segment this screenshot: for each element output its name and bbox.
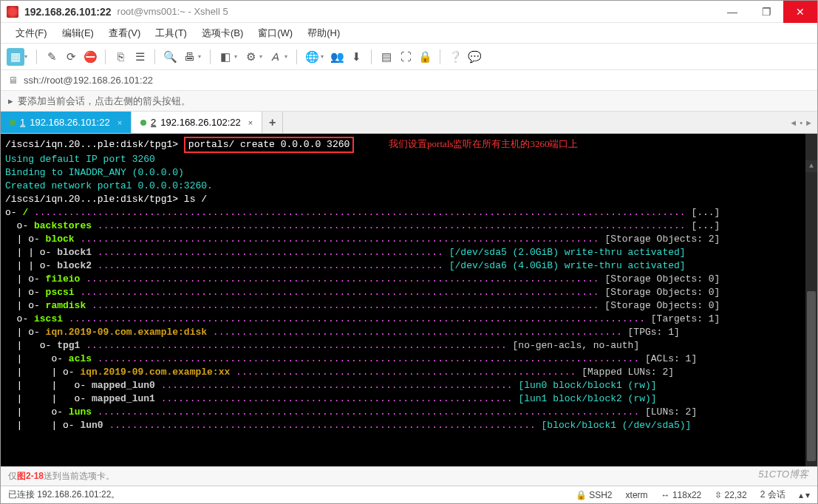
tree-info: [Storage Objects: 0] (604, 273, 720, 285)
dropdown-icon[interactable]: ▾ (284, 53, 287, 60)
tree-node: block (46, 234, 75, 245)
tree-info: [LUNs: 2] (645, 406, 697, 418)
tab-add-button[interactable]: + (262, 112, 283, 133)
tree-info: [Storage Objects: 0] (604, 287, 720, 298)
tree-info: [Targets: 1] (651, 313, 720, 324)
info-hint: 要添加当前会话，点击左侧的箭头按钮。 (18, 95, 191, 108)
new-session-icon[interactable]: ▦ (7, 48, 24, 66)
address-url[interactable]: ssh://root@192.168.26.101:22 (24, 75, 153, 86)
window-title-main: 192.168.26.101:22 (24, 6, 112, 18)
output-line: Using default IP port 3260 (5, 154, 155, 165)
command-highlight: portals/ create 0.0.0.0 3260 (184, 137, 354, 153)
minimize-button[interactable]: — (715, 1, 749, 23)
hint-arrow-icon[interactable]: ▸ (8, 95, 13, 106)
fullscreen-icon[interactable]: ⛶ (397, 48, 415, 66)
app-icon (7, 6, 18, 18)
properties-icon[interactable]: ☰ (131, 48, 149, 66)
encoding-icon[interactable]: ⚙ (242, 48, 259, 66)
menu-help[interactable]: 帮助(H) (301, 27, 346, 40)
tree-node: tpg1 (57, 340, 80, 351)
tree-node: pscsi (46, 287, 75, 298)
status-connected: 已连接 192.168.26.101:22。 (8, 488, 120, 501)
tree-node: iscsi (34, 313, 63, 324)
close-button[interactable]: ✕ (783, 1, 817, 23)
disconnect-icon[interactable]: ⛔ (81, 48, 99, 66)
maximize-button[interactable]: ❐ (749, 1, 783, 23)
lock-icon[interactable]: 🔒 (416, 48, 434, 66)
status-size: ↔ 118x22 (661, 490, 702, 500)
window-buttons: — ❐ ✕ (715, 1, 817, 23)
address-bar: 🖥 ssh://root@192.168.26.101:22 (1, 70, 817, 91)
status-cursor: ⇳ 22,32 (715, 490, 746, 500)
send-hint-bar: 仅图2-18送到当前选项卡。 (1, 466, 817, 486)
tree-info: [Mapped LUNs: 2] (582, 367, 674, 378)
tree-info: [TPGs: 1] (628, 327, 680, 338)
status-dot-connected-icon (10, 120, 16, 126)
hint-prefix: 仅 (8, 470, 17, 483)
tree-info: [Storage Objects: 2] (604, 234, 720, 245)
status-dot-connected-icon (140, 120, 146, 126)
separator (371, 50, 372, 64)
tree-node: mapped_lun1 (92, 393, 155, 404)
dropdown-icon[interactable]: ▾ (321, 53, 324, 60)
status-bar: 已连接 192.168.26.101:22。 🔒 SSH2 xterm ↔ 11… (1, 486, 817, 503)
edit-icon[interactable]: ✎ (43, 48, 61, 66)
menubar: 文件(F) 编辑(E) 查看(V) 工具(T) 选项卡(B) 窗口(W) 帮助(… (1, 23, 817, 44)
terminal-scrollbar[interactable]: ▲ ▼ (805, 134, 817, 466)
globe-icon[interactable]: 🌐 (303, 48, 321, 66)
status-sessions: 2 会话 (760, 488, 785, 501)
search-icon[interactable]: 🔍 (161, 48, 179, 66)
session-tab-1[interactable]: 1 192.168.26.101:22 × (1, 112, 132, 133)
copy-icon[interactable]: ⎘ (112, 48, 129, 66)
menu-tab[interactable]: 选项卡(B) (196, 27, 249, 40)
command: ls / (184, 194, 207, 205)
status-updown-icon[interactable]: ▴ ▾ (799, 490, 810, 500)
output-line: Binding to INADDR_ANY (0.0.0.0) (5, 167, 184, 178)
ellipsis: [...] (691, 220, 720, 231)
users-icon[interactable]: 👥 (328, 48, 346, 66)
menu-window[interactable]: 窗口(W) (252, 27, 299, 40)
dropdown-icon[interactable]: ▾ (24, 53, 27, 60)
scrollbar-thumb[interactable] (807, 291, 816, 461)
ssh-lock-icon: 🖥 (8, 75, 18, 86)
font-icon[interactable]: A (267, 48, 284, 66)
ellipsis: [...] (691, 207, 720, 218)
tree-info: [block/block1 (/dev/sda5)] (542, 420, 692, 431)
tab-close-icon[interactable]: × (248, 118, 253, 127)
separator (154, 50, 155, 64)
tab-close-icon[interactable]: × (117, 118, 122, 127)
tree-node: fileio (46, 273, 81, 285)
tree-node: mapped_lun0 (92, 380, 155, 391)
tree-info: [Storage Objects: 0] (604, 300, 720, 311)
figure-label: 图2-18 (17, 470, 44, 483)
tab-number: 2 (151, 117, 156, 128)
menu-edit[interactable]: 编辑(E) (56, 27, 100, 40)
tree-info: [/dev/sda6 (4.0GiB) write-thru activated… (449, 260, 686, 271)
tree-node: lun0 (80, 420, 103, 431)
download-icon[interactable]: ⬇ (347, 48, 365, 66)
tree-node: luns (69, 406, 92, 418)
prompt: /iscsi/iqn.20...ple:disk/tpg1> (5, 139, 184, 150)
chat-icon[interactable]: 💬 (466, 48, 483, 66)
print-icon[interactable]: 🖶 (180, 48, 198, 66)
dropdown-icon[interactable]: ▾ (234, 53, 237, 60)
dropdown-icon[interactable]: ▾ (259, 53, 262, 60)
tab-label: 192.168.26.102:22 (160, 117, 240, 128)
help-icon[interactable]: ❔ (446, 48, 464, 66)
tree-info: [lun1 block/block2 (rw)] (518, 393, 656, 404)
annotation: 我们设置portals监听在所有主机的3260端口上 (389, 138, 578, 149)
color-icon[interactable]: ◧ (217, 48, 234, 66)
reconnect-icon[interactable]: ⟳ (62, 48, 80, 66)
tab-scroll-arrows[interactable]: ◄ • ► (789, 112, 813, 133)
session-tab-2[interactable]: 2 192.168.26.102:22 × (132, 112, 262, 133)
menu-file[interactable]: 文件(F) (10, 27, 53, 40)
prompt: /iscsi/iqn.20...ple:disk/tpg1> (5, 194, 184, 205)
dropdown-icon[interactable]: ▾ (198, 53, 201, 60)
menu-tools[interactable]: 工具(T) (149, 27, 193, 40)
titlebar: 192.168.26.101:22 root@vms001:~ - Xshell… (1, 1, 817, 23)
layout-icon[interactable]: ▤ (378, 48, 395, 66)
menu-view[interactable]: 查看(V) (103, 27, 146, 40)
tree-node: block1 (57, 247, 92, 258)
tree-info: [ACLs: 1] (645, 353, 697, 364)
terminal[interactable]: /iscsi/iqn.20...ple:disk/tpg1> portals/ … (1, 134, 817, 466)
